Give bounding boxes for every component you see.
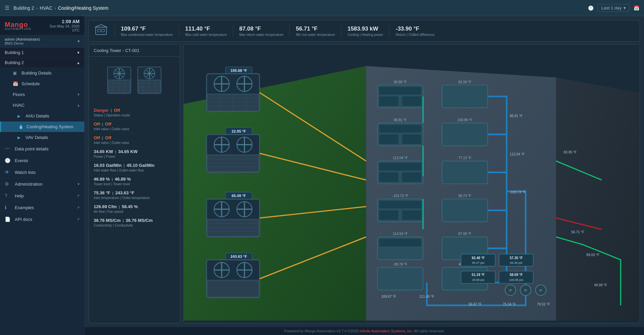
ct-temp-labels: Inlet temperature | Outlet temperature xyxy=(94,196,175,200)
ct-data-section: Danger | Off Status | Operation mode Off… xyxy=(89,104,180,232)
sidebar-item-events[interactable]: 🕐 Events xyxy=(0,155,84,166)
ct-row-airflow: 126.69 Cfm | 58.45 % Air flow | Fan spee… xyxy=(89,202,180,216)
sidebar-item-watch-lists[interactable]: 👁 Watch lists xyxy=(0,166,84,178)
stats-building-icon xyxy=(94,24,108,38)
svg-rect-110 xyxy=(379,201,421,208)
svg-text:⟳: ⟳ xyxy=(524,288,527,292)
ct-row-status: Danger | Off Status | Operation mode xyxy=(89,106,180,119)
ct-row-water-flow: 16.03 Gal/Min | 45.10 Gal/Min Inlet wate… xyxy=(89,161,180,175)
logo: Mango AUTOMATION xyxy=(5,21,31,31)
timezone: UTC xyxy=(50,28,80,32)
svg-rect-107 xyxy=(402,173,421,182)
menu-icon[interactable]: ☰ xyxy=(5,5,9,11)
vav-details-label: VAV Details xyxy=(26,135,48,140)
building-details-label: Building Details xyxy=(21,70,52,76)
svg-rect-101 xyxy=(379,134,399,144)
svg-rect-2 xyxy=(102,29,104,32)
hvac-diagram-svg: 105.68 °F xyxy=(184,45,640,323)
ct-image xyxy=(89,57,180,104)
stat-condensed-value: 109.67 °F xyxy=(121,26,173,32)
svg-rect-112 xyxy=(402,210,421,220)
ct-valve1-labels: Inlet valve | Outlet valve xyxy=(94,127,175,131)
watch-lists-label: Watch lists xyxy=(15,170,80,175)
svg-rect-95 xyxy=(379,87,421,95)
ct-flow-labels: Inlet water flow | Outlet water flow xyxy=(94,169,175,172)
breadcrumb-hvac[interactable]: HVAC xyxy=(40,5,52,11)
sidebar-item-administration[interactable]: ⚙ Administration ▾ xyxy=(0,178,84,190)
sidebar-item-data-point[interactable]: 〰 Data point details xyxy=(0,143,84,155)
user-org: BMS Demo xyxy=(5,41,40,45)
ct-outlet-valve1: Off xyxy=(105,122,111,127)
sidebar: Mango AUTOMATION 1:09 AM Sun May 24, 202… xyxy=(0,16,85,335)
sidebar-item-floors[interactable]: Floors ▾ xyxy=(0,89,84,100)
calendar-icon[interactable]: 📅 xyxy=(634,5,639,11)
chevron-down-icon: ▾ xyxy=(624,5,626,10)
ct-valve2-sep: | xyxy=(102,136,103,140)
stat-hot-label: Min hot water temperature xyxy=(296,33,335,37)
floors-label: Floors xyxy=(13,92,25,97)
ct-air-flow: 126.69 Cfm xyxy=(94,204,117,209)
footer-link[interactable]: Infinite Automation Systems, Inc. xyxy=(360,329,413,333)
svg-text:112.04 °F: 112.04 °F xyxy=(510,152,524,156)
sidebar-item-hvac[interactable]: HVAC ▴ xyxy=(0,100,84,111)
watch-lists-icon: 👁 xyxy=(5,170,11,175)
cooling-heating-icon: 💧 xyxy=(18,125,24,129)
sidebar-item-cooling-heating[interactable]: 💧 Cooling/Heating System xyxy=(0,122,84,132)
sidebar-item-ahu-details[interactable]: ▶ AHU Details xyxy=(0,111,84,122)
time-range-selector[interactable]: Last 1 day ▾ xyxy=(598,4,630,12)
time-range-label: Last 1 day xyxy=(601,5,622,10)
stat-cold-value: 111.40 °F xyxy=(185,26,227,32)
sidebar-item-schedule[interactable]: 📅 Schedule xyxy=(0,79,84,89)
schedule-icon: 📅 xyxy=(13,81,19,86)
ct-opmode-value: Off xyxy=(114,108,120,113)
user-bar[interactable]: admin (Administrator) BMS Demo ▾ xyxy=(0,35,84,48)
breadcrumb-building2[interactable]: Building 2 xyxy=(13,5,34,11)
svg-rect-0 xyxy=(96,27,106,35)
ct-inlet-valve1: Off xyxy=(94,122,100,127)
data-point-icon: 〰 xyxy=(5,146,11,151)
content-area: 109.67 °F Max condensed water temperatur… xyxy=(85,16,644,335)
schedule-label: Schedule xyxy=(21,81,40,86)
svg-text:87.08 °F: 87.08 °F xyxy=(458,232,471,236)
stat-return-water: 87.08 °F Max return water temperature xyxy=(233,26,289,37)
svg-text:105.68 °F: 105.68 °F xyxy=(231,68,247,73)
ct-tower-illustration xyxy=(104,60,165,100)
ct-row-power: 34.65 KW | 34.65 KW Power | Power xyxy=(89,147,180,161)
sidebar-item-building2[interactable]: Building 2 ▴ xyxy=(0,58,84,68)
breadcrumb-current: Cooling/Heating System xyxy=(58,5,108,11)
svg-text:79.52 °F: 79.52 °F xyxy=(537,302,550,306)
hvac-label: HVAC xyxy=(13,103,25,108)
stats-bar: 109.67 °F Max condensed water temperatur… xyxy=(89,20,640,42)
svg-text:65.49 °F: 65.49 °F xyxy=(232,194,246,198)
examples-icon: ℹ xyxy=(5,205,11,210)
stat-hot-value: 56.71 °F xyxy=(296,26,335,32)
svg-text:-99.78 °F: -99.78 °F xyxy=(393,262,407,266)
ct-inlet-flow: 16.03 Gal/Min xyxy=(94,163,122,168)
user-chevron-down-icon[interactable]: ▾ xyxy=(78,39,80,44)
stat-chilled-diff: -33.90 °F Return | Chilled difference xyxy=(389,26,440,37)
svg-text:243.63 °F: 243.63 °F xyxy=(231,254,247,258)
sidebar-item-help[interactable]: ? Help ↗ xyxy=(0,190,84,202)
svg-text:56.67 °F: 56.67 °F xyxy=(469,302,482,306)
sidebar-item-building1[interactable]: Building 1 ▾ xyxy=(0,48,84,58)
ct-status-sep: | xyxy=(111,108,112,112)
sidebar-item-vav-details[interactable]: ▶ VAV Details xyxy=(0,132,84,143)
user-name: admin (Administrator) xyxy=(5,37,40,41)
svg-text:22.95 °F: 22.95 °F xyxy=(232,129,246,133)
svg-text:99.73 °F: 99.73 °F xyxy=(458,194,471,198)
stat-power-value: 1583.93 kW xyxy=(348,26,383,32)
sidebar-item-examples[interactable]: ℹ Examples ↗ xyxy=(0,202,84,213)
footer: Powered by Mango Automation v3.7.4 ©2020… xyxy=(85,327,644,335)
ct-valve2-labels: Inlet valve | Outlet valve xyxy=(94,141,175,145)
ct-power1: 34.65 KW xyxy=(94,149,113,154)
events-label: Events xyxy=(15,158,80,163)
sidebar-item-api-docs[interactable]: 📄 API docs ↗ xyxy=(0,213,84,225)
sidebar-item-building-details[interactable]: ▣ Building Details xyxy=(0,68,84,79)
events-icon: 🕐 xyxy=(5,158,11,163)
svg-text:100.85 psi: 100.85 psi xyxy=(509,278,523,282)
api-docs-external-icon: ↗ xyxy=(77,217,80,222)
ct-valve1-sep: | xyxy=(102,122,103,126)
svg-text:90.89 °F: 90.89 °F xyxy=(394,80,407,84)
ahu-details-label: AHU Details xyxy=(26,113,49,118)
svg-text:29.89 psi: 29.89 psi xyxy=(472,278,485,282)
